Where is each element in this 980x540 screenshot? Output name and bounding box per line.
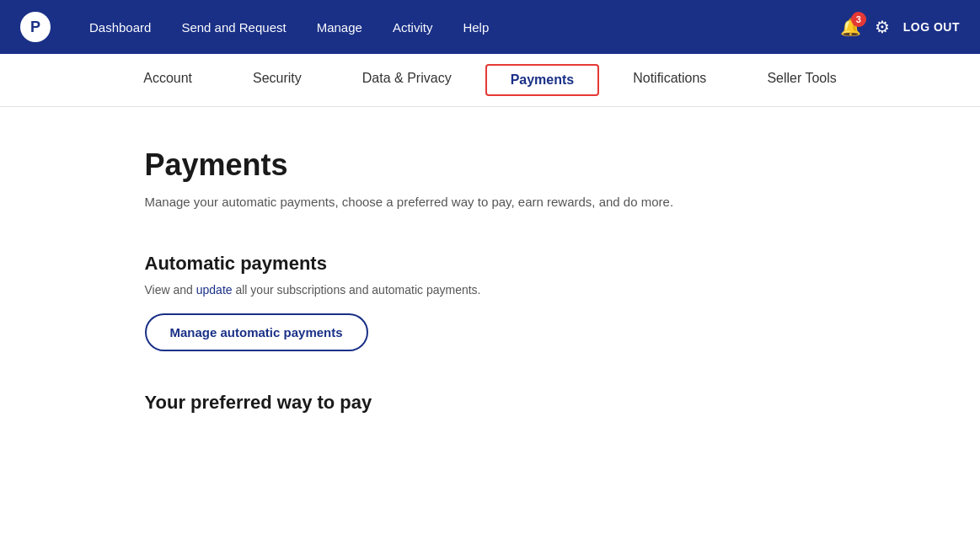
automatic-payments-section: Automatic payments View and update all y…: [145, 253, 836, 351]
preferred-way-to-pay-section: Your preferred way to pay: [145, 392, 836, 414]
top-navigation: P Dashboard Send and Request Manage Acti…: [0, 0, 980, 54]
nav-help[interactable]: Help: [451, 13, 501, 41]
nav-manage[interactable]: Manage: [305, 13, 374, 41]
subnav-data-privacy[interactable]: Data & Privacy: [332, 54, 482, 106]
automatic-payments-description: View and update all your subscriptions a…: [145, 283, 836, 297]
logo[interactable]: P: [20, 12, 51, 42]
page-title: Payments: [145, 147, 836, 183]
nav-dashboard[interactable]: Dashboard: [78, 13, 163, 41]
subnav-account[interactable]: Account: [113, 54, 222, 106]
sub-nav-items: Account Security Data & Privacy Payments…: [113, 54, 867, 106]
page-description: Manage your automatic payments, choose a…: [145, 193, 836, 212]
main-content: Payments Manage your automatic payments,…: [111, 107, 870, 462]
update-link[interactable]: update: [196, 283, 233, 297]
logout-button[interactable]: LOG OUT: [903, 20, 960, 34]
manage-automatic-payments-button[interactable]: Manage automatic payments: [145, 313, 368, 351]
nav-activity[interactable]: Activity: [381, 13, 445, 41]
preferred-way-to-pay-title: Your preferred way to pay: [145, 392, 836, 414]
settings-icon[interactable]: ⚙: [875, 17, 890, 37]
automatic-payments-title: Automatic payments: [145, 253, 836, 275]
nav-send-and-request[interactable]: Send and Request: [169, 13, 297, 41]
subnav-security[interactable]: Security: [222, 54, 332, 106]
notification-badge: 3: [851, 12, 866, 27]
notification-bell[interactable]: 🔔 3: [840, 17, 861, 37]
subnav-payments[interactable]: Payments: [485, 64, 600, 96]
paypal-logo-icon: P: [20, 12, 51, 42]
top-nav-links: Dashboard Send and Request Manage Activi…: [78, 13, 840, 41]
top-nav-actions: 🔔 3 ⚙ LOG OUT: [840, 17, 960, 37]
subnav-notifications[interactable]: Notifications: [602, 54, 736, 106]
subnav-seller-tools[interactable]: Seller Tools: [736, 54, 866, 106]
sub-navigation: Account Security Data & Privacy Payments…: [0, 54, 980, 107]
